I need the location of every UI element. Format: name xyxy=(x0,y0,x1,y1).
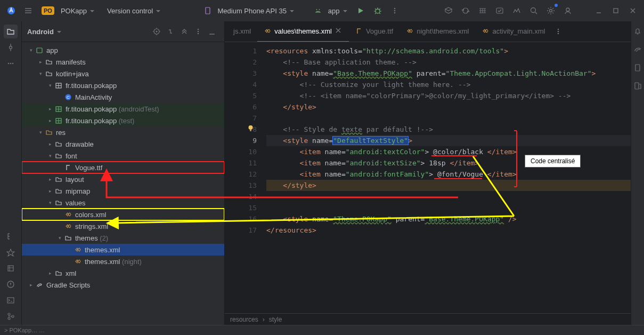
tree-xml[interactable]: ▸xml xyxy=(22,267,224,279)
tree-values[interactable]: ▾values xyxy=(22,197,224,209)
run-config-selector[interactable]: app xyxy=(314,7,350,15)
gradle-icon[interactable] xyxy=(631,43,644,57)
tree-pkg-androidtest[interactable]: ▸fr.titouan.pokapp (androidTest) xyxy=(22,103,224,115)
svg-point-14 xyxy=(12,63,14,65)
tab-js-xml[interactable]: js.xml xyxy=(227,21,257,42)
device-selector[interactable]: Medium Phone API 35 xyxy=(204,7,297,15)
tree-font[interactable]: ▾font xyxy=(22,150,224,162)
svg-point-18 xyxy=(8,313,10,315)
profiler-icon[interactable] xyxy=(510,4,524,18)
app-quality-icon[interactable] xyxy=(493,4,507,18)
svg-point-23 xyxy=(198,29,199,30)
structure-tool-icon[interactable] xyxy=(4,229,18,243)
svg-point-9 xyxy=(566,8,569,11)
svg-point-35 xyxy=(249,125,253,130)
terminal-tool-icon[interactable] xyxy=(4,293,18,307)
build-variants-icon[interactable] xyxy=(4,261,18,275)
settings-icon[interactable] xyxy=(544,4,558,18)
collapse-all-icon[interactable] xyxy=(177,25,191,38)
project-selector[interactable]: PO POKapp xyxy=(38,6,101,15)
tree-themes-dir[interactable]: ▾themes (2) xyxy=(22,232,224,244)
tree-layout[interactable]: ▸layout xyxy=(22,173,224,185)
tree-pkg-unittest[interactable]: ▸fr.titouan.pokapp (test) xyxy=(22,115,224,126)
project-view-selector[interactable]: Android xyxy=(27,28,61,36)
project-panel: Android ▾app ▸manifests ▾kotlin+java ▾fr… xyxy=(22,21,225,325)
problems-tool-icon[interactable] xyxy=(4,277,18,291)
svg-point-32 xyxy=(558,29,559,30)
svg-rect-10 xyxy=(614,9,618,13)
locate-file-icon[interactable] xyxy=(150,25,164,38)
svg-rect-36 xyxy=(250,130,251,131)
panel-options-icon[interactable] xyxy=(191,25,205,38)
breadcrumb: resources › style xyxy=(225,313,644,325)
tab-vogue-ttf[interactable]: Vogue.ttf xyxy=(349,21,400,42)
main-menu-icon[interactable] xyxy=(21,4,35,18)
code-content[interactable]: <resources xmlns:tools="http://schemas.a… xyxy=(266,42,644,313)
svg-rect-26 xyxy=(37,48,42,53)
vcs-dropdown[interactable]: Version control xyxy=(104,7,164,15)
search-icon[interactable] xyxy=(527,4,541,18)
svg-point-8 xyxy=(550,10,552,12)
account-icon[interactable] xyxy=(561,4,575,18)
intention-bulb-icon[interactable] xyxy=(247,125,254,132)
tree-drawable[interactable]: ▸drawable xyxy=(22,138,224,150)
project-tool-icon[interactable] xyxy=(4,25,18,38)
tree-main-activity[interactable]: ▸CMainActivity xyxy=(22,91,224,103)
tabs-more-icon[interactable] xyxy=(551,25,565,38)
tree-kotlin-java[interactable]: ▾kotlin+java xyxy=(22,68,224,79)
commit-tool-icon[interactable] xyxy=(4,41,18,54)
svg-text:C: C xyxy=(67,95,70,100)
tab-activity-main[interactable]: activity_main.xml xyxy=(475,21,551,42)
close-window-icon[interactable] xyxy=(626,4,640,18)
bookmarks-tool-icon[interactable] xyxy=(4,245,18,259)
more-actions-icon[interactable] xyxy=(388,4,402,18)
svg-point-5 xyxy=(394,12,395,14)
svg-point-2 xyxy=(376,9,380,13)
breadcrumb-item[interactable]: resources xyxy=(230,316,258,323)
project-badge: PO xyxy=(42,6,54,15)
svg-rect-38 xyxy=(635,83,639,89)
tab-themes-values[interactable]: values\themes.xml xyxy=(257,21,349,42)
breadcrumb-item[interactable]: style xyxy=(269,316,282,323)
project-tree[interactable]: ▾app ▸manifests ▾kotlin+java ▾fr.titouan… xyxy=(22,42,224,325)
tree-app[interactable]: ▾app xyxy=(22,44,224,56)
device-explorer-icon[interactable] xyxy=(631,79,644,93)
xml-file-icon xyxy=(264,27,271,35)
svg-point-4 xyxy=(394,10,395,12)
close-tab-icon[interactable] xyxy=(335,27,343,35)
code-with-me-icon[interactable] xyxy=(442,4,455,18)
minimize-icon[interactable] xyxy=(592,4,606,18)
expand-all-icon[interactable] xyxy=(164,25,177,38)
svg-point-25 xyxy=(198,33,199,35)
tree-themes-light[interactable]: ▸themes.xml xyxy=(22,244,224,256)
app-logo-icon[interactable] xyxy=(4,4,18,18)
tree-mipmap[interactable]: ▸mipmap xyxy=(22,185,224,197)
restore-icon[interactable] xyxy=(609,4,623,18)
notifications-icon[interactable] xyxy=(631,25,644,38)
tree-gradle[interactable]: ▸Gradle Scripts xyxy=(22,279,224,291)
xml-file-icon xyxy=(482,27,489,35)
tab-themes-night[interactable]: night\themes.xml xyxy=(400,21,475,42)
run-button[interactable] xyxy=(354,4,368,18)
device-manager-icon[interactable] xyxy=(476,4,490,18)
hide-panel-icon[interactable] xyxy=(205,25,219,38)
tree-themes-night[interactable]: ▸themes.xml (night) xyxy=(22,256,224,267)
code-editor[interactable]: 1234567891011121314151617 <resources xml… xyxy=(225,42,644,313)
emulator-icon[interactable] xyxy=(631,61,644,75)
tree-res[interactable]: ▾res xyxy=(22,126,224,138)
svg-point-13 xyxy=(10,63,12,65)
version-control-tool-icon[interactable] xyxy=(4,309,18,323)
svg-rect-1 xyxy=(206,7,210,14)
tree-strings-xml[interactable]: ▸strings.xml xyxy=(22,220,224,232)
android-icon xyxy=(314,7,322,14)
more-tool-icon[interactable] xyxy=(4,57,18,70)
tree-vogue-ttf[interactable]: ▸Vogue.ttf xyxy=(22,162,224,173)
tree-manifests[interactable]: ▸manifests xyxy=(22,56,224,68)
tree-pkg-main[interactable]: ▾fr.titouan.pokapp xyxy=(22,79,224,91)
left-tool-rail xyxy=(0,21,22,325)
debug-button[interactable] xyxy=(371,4,385,18)
tree-colors-xml[interactable]: ▸colors.xml xyxy=(22,209,224,220)
svg-rect-15 xyxy=(8,266,13,271)
sync-gradle-icon[interactable] xyxy=(459,4,472,18)
svg-rect-37 xyxy=(635,65,640,71)
